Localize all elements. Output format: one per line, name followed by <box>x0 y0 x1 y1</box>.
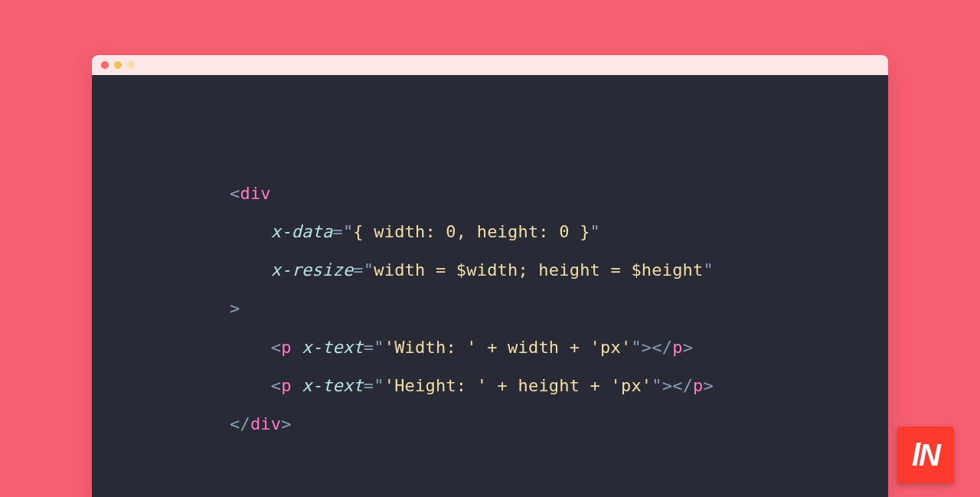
code-line: <p x-text="'Width: ' + width + 'px'"></p… <box>230 338 693 357</box>
code-token: ></ <box>642 338 672 357</box>
code-token: { width: 0, height: 0 } <box>353 222 590 241</box>
code-token: " <box>652 376 662 395</box>
code-token: x-text <box>302 376 364 395</box>
code-token: div <box>240 184 270 203</box>
code-line: > <box>230 299 240 318</box>
close-icon[interactable] <box>101 61 109 69</box>
zoom-icon[interactable] <box>127 61 135 69</box>
code-token: x-resize <box>271 260 354 280</box>
code-token: > <box>281 414 291 433</box>
code-token: " <box>631 338 641 357</box>
code-token: = <box>353 260 363 280</box>
code-token: " <box>374 376 384 395</box>
code-line: <div <box>230 184 271 203</box>
code-token <box>292 376 302 395</box>
code-token: > <box>683 338 693 357</box>
code-token: " <box>704 260 714 280</box>
code-line: <p x-text="'Height: ' + height + 'px'"><… <box>230 376 714 395</box>
code-token: 'Height: ' + height + 'px' <box>384 376 652 395</box>
code-token: < <box>271 338 281 357</box>
code-token: " <box>590 222 600 241</box>
code-token: p <box>281 376 291 395</box>
code-token: = <box>332 222 342 241</box>
code-line: </div> <box>230 414 292 433</box>
code-token <box>292 338 302 357</box>
code-token: p <box>693 376 703 395</box>
code-token: " <box>364 260 374 280</box>
code-token: ></ <box>662 376 693 395</box>
code-token: > <box>704 376 714 395</box>
code-token: p <box>672 338 682 357</box>
code-token: 'Width: ' + width + 'px' <box>384 338 632 357</box>
code-token: x-text <box>302 338 364 357</box>
code-token: " <box>343 222 353 241</box>
minimize-icon[interactable] <box>114 61 122 69</box>
code-token: " <box>374 338 384 357</box>
code-token: = <box>364 338 374 357</box>
code-window: <div x-data="{ width: 0, height: 0 }" x-… <box>92 55 888 497</box>
code-token: p <box>281 338 291 357</box>
code-block: <div x-data="{ width: 0, height: 0 }" x-… <box>92 75 888 443</box>
code-token: x-data <box>271 222 333 241</box>
code-token: width = $width; height = $height <box>374 260 703 280</box>
code-token: = <box>364 376 374 395</box>
code-token: </ <box>230 414 250 433</box>
code-token: < <box>230 184 240 203</box>
code-token: < <box>271 376 281 395</box>
code-line: x-data="{ width: 0, height: 0 }" <box>230 222 600 241</box>
window-titlebar <box>92 55 888 75</box>
brand-logo: lN <box>897 427 954 483</box>
code-token: div <box>250 414 281 433</box>
code-token: > <box>230 299 240 318</box>
code-line: x-resize="width = $width; height = $heig… <box>230 260 714 280</box>
brand-logo-text: lN <box>912 438 939 472</box>
